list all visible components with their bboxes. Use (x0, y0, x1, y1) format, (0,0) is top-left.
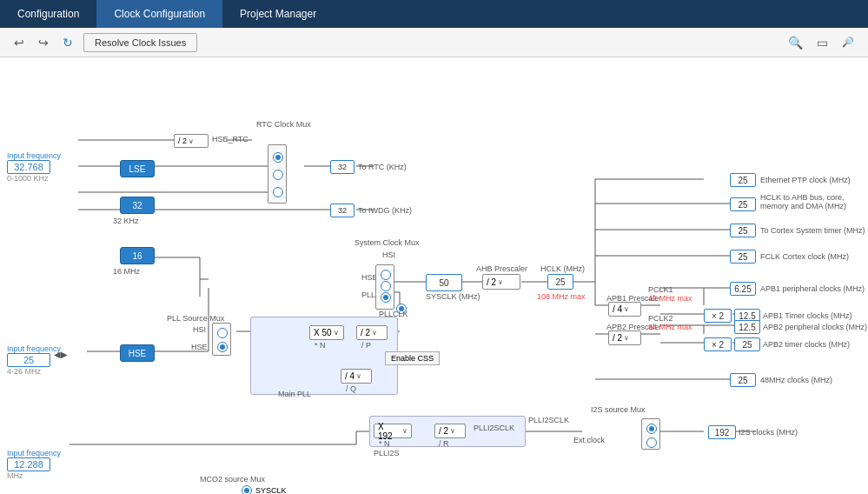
plli2s-div-r-select[interactable]: / 2 (434, 424, 466, 438)
fit-button[interactable]: ▭ (813, 34, 832, 51)
iwdg-value: 32 (330, 204, 354, 217)
ahb-div-select[interactable]: / 2 (482, 274, 520, 290)
mco2-radio-sysclk[interactable]: SYSCLK (242, 485, 296, 494)
hsi-rc-block: 16 (120, 247, 155, 264)
hsi-sysclk-label: HSI (382, 250, 395, 259)
tab-clock-configuration[interactable]: Clock Configuration (96, 0, 222, 28)
plli2sclk2-label: PLLI2SCLK (528, 416, 569, 424)
pclk2-max: 84 MHz max (648, 323, 692, 331)
pll-q-label: / Q (346, 384, 356, 393)
hsi-rc-label: 16 MHz (113, 267, 140, 276)
lsi-rc-label: 32 KHz (113, 217, 139, 225)
apb1-div-select[interactable]: / 4 (608, 302, 641, 317)
apb1-x2: × 2 (704, 309, 732, 323)
pll-source-mux-label: PLL Source Mux (167, 314, 224, 323)
hclk-ahb-clock: 25 (730, 197, 756, 211)
toolbar: ↩ ↪ ↻ Resolve Clock Issues 🔍 ▭ 🔎 (0, 28, 868, 57)
pll-div-q-select[interactable]: / 4 (341, 369, 372, 384)
i2s-clocks-block: 192 (708, 425, 736, 439)
rtc-radio-hse[interactable] (273, 152, 283, 163)
pll-p-label: / P (361, 341, 371, 350)
mhz48-clock: 25 (730, 373, 756, 387)
hse-rtc-div2[interactable]: / 2 (174, 134, 209, 148)
apb2-div-select[interactable]: / 2 (608, 330, 641, 345)
zoom-out-button[interactable]: 🔎 (838, 35, 858, 50)
apb2-timer-clock: 25 (734, 337, 760, 351)
sysclk-radio-hse[interactable] (381, 281, 391, 291)
plli2s-unit-label: MHz (7, 471, 61, 480)
hse-input-group: Input frequency 25 4-26 MHz (7, 344, 61, 376)
plli2s-freq-input[interactable]: 12.288 (7, 457, 50, 471)
pll-n-label: * N (315, 341, 326, 350)
sysclk-mux-label: System Clock Mux (354, 238, 420, 247)
clock-canvas: Input frequency 32.768 0-1000 KHz LSE 32… (0, 57, 868, 494)
main-pll-label: Main PLL (278, 390, 311, 398)
rtc-radio-lse[interactable] (273, 170, 283, 180)
to-rtc-label: To RTC (KHz) (358, 163, 407, 171)
lse-range-label: 0-1000 KHz (7, 174, 61, 183)
resolve-clock-issues-button[interactable]: Resolve Clock Issues (83, 33, 197, 52)
pll-div-p-select[interactable]: / 2 (356, 325, 388, 340)
sysclk-unit-label: SYSCLK (MHz) (426, 292, 480, 301)
hclk-block: 25 (547, 274, 573, 290)
to-iwdg-label: To IWDG (KHz) (358, 206, 412, 215)
zoom-in-button[interactable]: 🔍 (785, 34, 806, 51)
i2s-clocks-label: I2S clocks (MHz) (739, 428, 798, 437)
plli2s-n-label: * N (379, 439, 390, 448)
apb2-periph-clock: 12.5 (734, 320, 760, 334)
pclk2-label: PCLK2 (648, 314, 673, 323)
hse-range-label: 4-26 MHz (7, 367, 61, 376)
rtc-radio-lsi[interactable] (273, 187, 283, 197)
eth-ptp-label: Ethernet PTP clock (MHz) (760, 176, 851, 184)
tab-project-manager[interactable]: Project Manager (222, 0, 334, 28)
rtc-value: 32 (330, 160, 354, 174)
hclk-max-label: 108 MHz max (537, 292, 586, 301)
pclk1-label: PCLK1 (648, 285, 673, 294)
ahb-prescaler-label: AHB Prescaler (476, 264, 527, 273)
pll-radio-hse[interactable] (217, 342, 228, 352)
sysclk-block: 50 (426, 274, 462, 291)
hclk-ahb-label: HCLK to AHB bus, core, memory and DMA (M… (760, 193, 868, 210)
tab-pin-configuration[interactable]: Configuration (0, 0, 96, 28)
lse-block: LSE (120, 160, 155, 177)
apb2-periph-label: APB2 peripheral clocks (MHz) (763, 323, 867, 331)
pll-radio-hsi[interactable] (217, 328, 228, 338)
hse-arrows: ◀▶ (54, 350, 68, 359)
mco2-radio-group: SYSCLK PLLI2SCLK HSE PLLCLK (242, 485, 296, 494)
lsi-rc-block: 32 (120, 197, 155, 214)
pll-source-mux-box[interactable] (212, 323, 231, 356)
apb2-x2: × 2 (704, 337, 732, 351)
cortex-timer-clock: 25 (730, 224, 756, 237)
apb1-periph-clock: 6.25 (730, 282, 756, 296)
hse-block: HSE (120, 344, 155, 362)
redo-button[interactable]: ↪ (35, 34, 52, 51)
lse-input-group: Input frequency 32.768 0-1000 KHz (7, 151, 61, 183)
plli2s-r-label: / R (439, 439, 449, 448)
hclk-label: HCLK (MHz) (540, 264, 585, 273)
lse-freq-input[interactable]: 32.768 (7, 160, 50, 174)
hse-freq-input[interactable]: 25 (7, 353, 50, 367)
enable-css-button[interactable]: Enable CSS (385, 351, 440, 365)
fclk-label: FCLK Cortex clock (MHz) (760, 252, 849, 261)
hsi-pll-label: HSI (193, 325, 206, 334)
undo-button[interactable]: ↩ (10, 34, 28, 51)
i2s-radio-plli2s[interactable] (646, 424, 657, 434)
hse-input-label: Input frequency (7, 344, 61, 353)
apb1-timer-label: APB1 Timer clocks (MHz) (763, 311, 852, 320)
pll-mul-n-select[interactable]: X 50 (309, 325, 344, 340)
mhz48-label: 48MHz clocks (MHz) (760, 376, 832, 384)
sysclk-radio-hsi[interactable] (381, 270, 391, 280)
i2s-radio-ext[interactable] (646, 437, 657, 448)
rtc-mux-label: RTC Clock Mux (256, 120, 311, 129)
sysclk-radio-pll[interactable] (381, 292, 391, 303)
refresh-button[interactable]: ↻ (59, 34, 76, 51)
i2s-source-mux-box[interactable] (641, 418, 660, 450)
apb2-timer-label: APB2 timer clocks (MHz) (763, 340, 850, 349)
apb1-periph-label: APB1 peripheral clocks (MHz) (760, 284, 865, 293)
rtc-mux-box[interactable] (268, 144, 287, 204)
hse-pll-label: HSE (191, 343, 208, 351)
plli2s-mul-n-select[interactable]: X 192 (374, 424, 412, 438)
plli2sclk-label: PLLI2SCLK (474, 424, 514, 432)
sysclk-mux-box[interactable] (375, 264, 394, 310)
pclk1-max: 42 MHz max (648, 294, 692, 303)
